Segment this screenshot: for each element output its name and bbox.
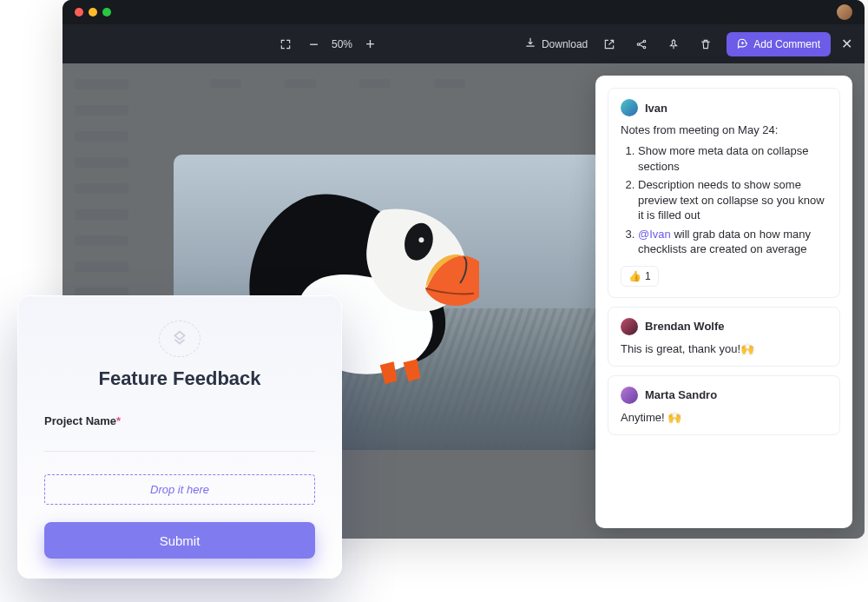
dropzone-label: Drop it here — [150, 483, 209, 496]
viewer-toolbar: − 50% + Download — [62, 24, 865, 63]
window-minimize-dot[interactable] — [89, 8, 97, 17]
svg-point-4 — [418, 237, 424, 242]
feedback-form: Feature Feedback Project Name* Drop it h… — [17, 295, 342, 579]
avatar-icon — [621, 318, 638, 335]
zoom-out-button[interactable]: − — [303, 33, 325, 55]
close-viewer-button[interactable]: ✕ — [841, 36, 852, 52]
svg-point-2 — [643, 46, 646, 49]
note-item: Description needs to show some preview t… — [638, 177, 827, 223]
field-row: Project Name* — [44, 413, 315, 428]
comment-card[interactable]: Marta Sandro Anytime! 🙌 — [608, 375, 840, 435]
avatar-icon — [621, 99, 638, 116]
download-label: Download — [542, 38, 588, 50]
reaction-emoji: 👍 — [628, 270, 641, 282]
window-titlebar — [62, 0, 865, 24]
reaction-chip[interactable]: 👍 1 — [621, 266, 659, 287]
window-close-dot[interactable] — [75, 8, 83, 17]
zoom-in-button[interactable]: + — [359, 33, 381, 55]
form-title: Feature Feedback — [44, 367, 315, 390]
submit-label: Submit — [160, 533, 201, 548]
note-item: @Ivan will grab data on how many checkli… — [638, 227, 827, 257]
comment-author: Marta Sandro — [645, 388, 717, 401]
project-name-input[interactable] — [44, 428, 315, 452]
pin-icon[interactable] — [662, 33, 684, 55]
user-avatar-icon[interactable] — [837, 4, 852, 20]
comment-card[interactable]: Brendan Wolfe This is great, thank you!🙌 — [608, 307, 840, 367]
required-marker: * — [116, 414, 121, 427]
comment-notes-heading: Notes from meeting on May 24: — [621, 123, 827, 136]
comment-card[interactable]: Ivan Notes from meeting on May 24: Show … — [608, 88, 840, 298]
comment-notes-list: Show more meta data on collapse sections… — [621, 143, 827, 257]
avatar-icon — [621, 387, 638, 404]
window-zoom-dot[interactable] — [102, 8, 111, 17]
reaction-count: 1 — [645, 270, 651, 282]
add-comment-plus-icon — [737, 37, 748, 51]
comment-body: Anytime! 🙌 — [621, 411, 827, 424]
add-comment-label: Add Comment — [753, 38, 820, 50]
fullscreen-icon[interactable] — [274, 33, 296, 55]
download-icon — [524, 36, 536, 51]
comments-panel: Ivan Notes from meeting on May 24: Show … — [595, 76, 852, 528]
comment-author: Brendan Wolfe — [645, 320, 725, 333]
zoom-controls: − 50% + — [274, 33, 381, 55]
svg-point-0 — [637, 43, 640, 45]
zoom-level-label: 50% — [332, 38, 352, 50]
note-item: Show more meta data on collapse sections — [638, 143, 827, 174]
file-dropzone[interactable]: Drop it here — [44, 474, 315, 505]
add-comment-button[interactable]: Add Comment — [727, 32, 831, 56]
user-mention[interactable]: @Ivan — [638, 228, 671, 241]
comment-body: This is great, thank you!🙌 — [621, 342, 827, 355]
submit-button[interactable]: Submit — [44, 522, 315, 559]
form-logo-icon — [159, 321, 201, 357]
comment-author: Ivan — [645, 102, 667, 115]
download-button[interactable]: Download — [524, 36, 588, 51]
svg-point-1 — [643, 40, 646, 43]
field-label: Project Name — [44, 414, 116, 427]
share-icon[interactable] — [630, 33, 652, 55]
open-external-icon[interactable] — [598, 33, 620, 55]
trash-icon[interactable] — [694, 33, 716, 55]
